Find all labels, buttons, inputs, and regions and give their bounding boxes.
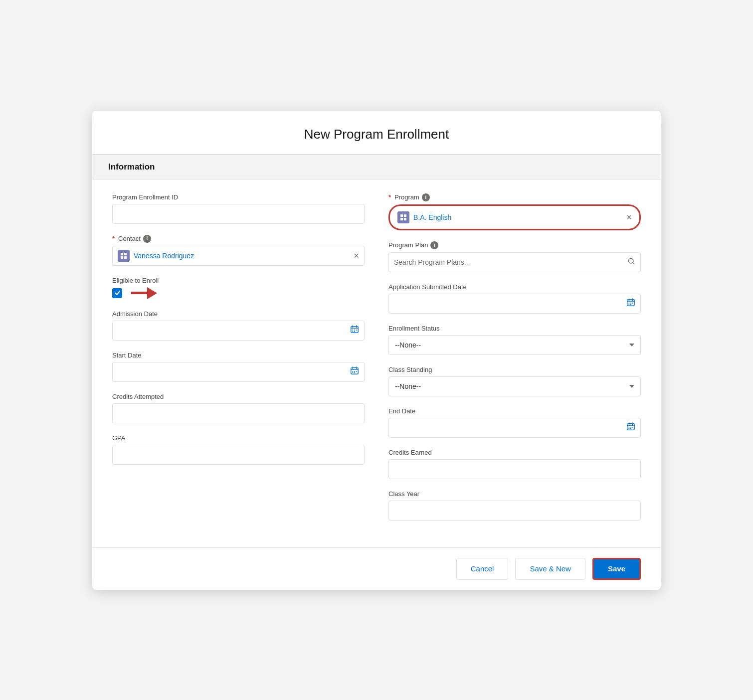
modal-title: New Program Enrollment [92, 111, 661, 155]
eligible-to-enroll-checkbox-group [112, 287, 365, 299]
program-plan-info-icon[interactable]: i [430, 241, 438, 249]
credits-attempted-group: Credits Attempted [112, 393, 365, 423]
svg-rect-28 [629, 427, 630, 428]
eligible-to-enroll-label: Eligible to Enroll [112, 277, 365, 284]
svg-rect-0 [121, 252, 123, 255]
program-enrollment-id-label: Program Enrollment ID [112, 193, 365, 201]
end-date-calendar-icon[interactable] [626, 422, 635, 433]
gpa-label: GPA [112, 434, 365, 442]
svg-rect-9 [354, 331, 355, 332]
admission-date-input[interactable] [112, 321, 365, 341]
left-column: Program Enrollment ID * Contact i [112, 193, 365, 531]
enrollment-status-group: Enrollment Status --None-- [388, 325, 641, 355]
svg-rect-18 [400, 217, 403, 220]
enrollment-status-select[interactable]: --None-- [388, 335, 641, 355]
svg-rect-26 [630, 304, 631, 305]
svg-rect-31 [629, 428, 630, 429]
svg-rect-19 [404, 217, 406, 220]
end-date-input[interactable] [388, 418, 641, 438]
program-value: B.A. English [413, 213, 622, 221]
credits-earned-input[interactable] [388, 459, 641, 479]
arrow-shaft [131, 292, 147, 294]
program-plan-group: Program Plan i [388, 241, 641, 272]
svg-rect-29 [630, 427, 631, 428]
svg-rect-5 [353, 330, 354, 331]
arrow-head [147, 287, 157, 299]
class-year-label: Class Year [388, 490, 641, 498]
svg-rect-13 [356, 371, 357, 372]
program-enrollment-id-input[interactable] [112, 204, 365, 224]
program-label: * Program i [388, 193, 641, 201]
form-body: Program Enrollment ID * Contact i [92, 179, 661, 547]
credits-attempted-input[interactable] [112, 403, 365, 423]
svg-rect-7 [356, 330, 357, 331]
svg-rect-15 [354, 372, 355, 373]
admission-date-label: Admission Date [112, 310, 365, 318]
application-submitted-date-group: Application Submitted Date [388, 283, 641, 314]
contact-lookup-field[interactable]: Vanessa Rodriguez × [112, 246, 365, 266]
class-standing-group: Class Standing --None-- [388, 366, 641, 396]
svg-rect-16 [400, 214, 403, 216]
svg-rect-1 [124, 252, 127, 255]
application-submitted-date-input[interactable] [388, 294, 641, 314]
svg-rect-11 [353, 371, 354, 372]
program-lookup-icon [397, 211, 409, 223]
modal-footer: Cancel Save & New Save [92, 547, 661, 590]
form-grid: Program Enrollment ID * Contact i [112, 193, 641, 531]
program-field-highlight: B.A. English × [388, 204, 641, 230]
credits-earned-group: Credits Earned [388, 449, 641, 479]
svg-rect-14 [353, 372, 354, 373]
svg-rect-6 [354, 330, 355, 331]
program-group: * Program i [388, 193, 641, 230]
contact-value: Vanessa Rodriguez [134, 252, 350, 260]
red-arrow-indicator [131, 287, 157, 299]
eligible-to-enroll-checkbox[interactable] [112, 288, 122, 298]
save-button[interactable]: Save [592, 558, 641, 580]
program-plan-search-icon[interactable] [627, 257, 635, 267]
right-column: * Program i [388, 193, 641, 531]
svg-rect-30 [632, 427, 633, 428]
start-date-input[interactable] [112, 362, 365, 382]
credits-earned-label: Credits Earned [388, 449, 641, 456]
svg-rect-8 [353, 331, 354, 332]
end-date-label: End Date [388, 407, 641, 415]
cancel-button[interactable]: Cancel [456, 558, 509, 580]
program-enrollment-id-group: Program Enrollment ID [112, 193, 365, 224]
application-submitted-date-calendar-icon[interactable] [626, 298, 635, 309]
svg-rect-22 [629, 303, 630, 304]
program-clear-button[interactable]: × [626, 213, 632, 222]
program-plan-input[interactable] [394, 258, 623, 266]
gpa-group: GPA [112, 434, 365, 465]
svg-rect-17 [404, 214, 406, 216]
start-date-calendar-icon[interactable] [350, 366, 359, 377]
new-program-enrollment-modal: New Program Enrollment Information Progr… [92, 111, 661, 590]
contact-label: * Contact i [112, 235, 365, 243]
admission-date-calendar-icon[interactable] [350, 325, 359, 336]
class-standing-label: Class Standing [388, 366, 641, 373]
section-header: Information [92, 155, 661, 179]
application-submitted-date-label: Application Submitted Date [388, 283, 641, 291]
enrollment-status-label: Enrollment Status [388, 325, 641, 332]
program-info-icon[interactable]: i [422, 193, 430, 201]
svg-rect-3 [124, 256, 127, 258]
contact-lookup-icon [118, 250, 130, 262]
contact-group: * Contact i Vaness [112, 235, 365, 266]
class-year-group: Class Year [388, 490, 641, 521]
svg-rect-32 [630, 428, 631, 429]
eligible-to-enroll-group: Eligible to Enroll [112, 277, 365, 299]
save-new-button[interactable]: Save & New [515, 558, 585, 580]
credits-attempted-label: Credits Attempted [112, 393, 365, 400]
program-lookup-field[interactable]: B.A. English × [391, 207, 638, 227]
svg-rect-23 [630, 303, 631, 304]
svg-rect-24 [632, 303, 633, 304]
program-plan-label: Program Plan i [388, 241, 641, 249]
class-standing-select[interactable]: --None-- [388, 376, 641, 396]
gpa-input[interactable] [112, 445, 365, 465]
contact-clear-button[interactable]: × [354, 251, 359, 260]
contact-info-icon[interactable]: i [143, 235, 151, 243]
svg-rect-25 [629, 304, 630, 305]
start-date-label: Start Date [112, 351, 365, 359]
program-plan-search-field[interactable] [388, 252, 641, 272]
start-date-group: Start Date [112, 351, 365, 382]
class-year-input[interactable] [388, 501, 641, 521]
